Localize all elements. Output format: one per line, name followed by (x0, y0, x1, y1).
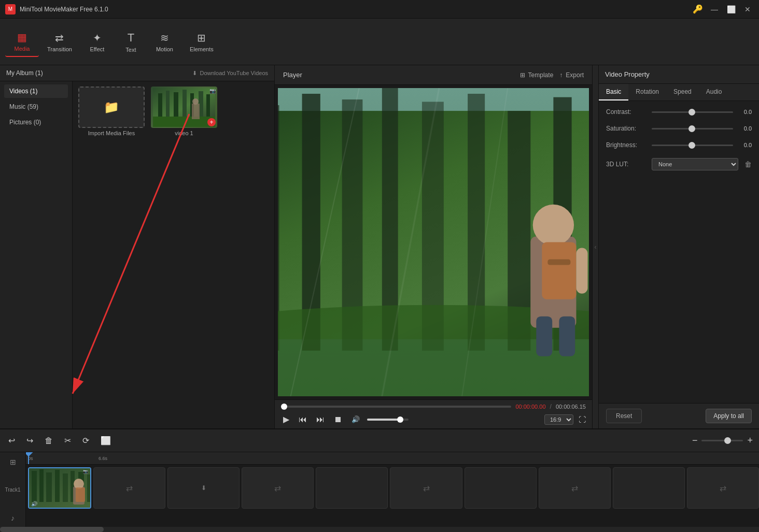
timeline-slot-9[interactable]: ⇄ (687, 467, 759, 509)
nav-item-videos[interactable]: Videos (1) (4, 84, 68, 98)
lut-select[interactable]: None (652, 158, 738, 170)
contrast-label: Contrast: (606, 108, 648, 116)
volume-fill (367, 419, 398, 421)
video-frame (278, 88, 589, 396)
toolbar-item-transition[interactable]: ⇄ Transition (39, 27, 80, 56)
app-title: MiniTool MovieMaker Free 6.1.0 (20, 6, 693, 13)
lut-delete-button[interactable]: 🗑 (744, 160, 752, 168)
timeline-scrollbar[interactable] (0, 527, 759, 532)
transition-arrow-4[interactable]: ⇄ (571, 483, 578, 493)
timeline-zoom: − + (692, 435, 753, 446)
import-thumb[interactable]: 📁 (78, 87, 145, 128)
nav-item-music[interactable]: Music (59) (4, 100, 68, 113)
transition-arrow-1[interactable]: ⇄ (126, 483, 133, 493)
fullscreen-button[interactable]: ⛶ (579, 415, 586, 424)
progress-track[interactable] (281, 406, 511, 408)
stop-button[interactable]: ⏹ (332, 414, 344, 425)
brightness-label: Brightness: (606, 141, 648, 149)
playhead[interactable] (28, 452, 29, 464)
panel-nav: Videos (1) Music (59) Pictures (0) (0, 81, 73, 428)
toolbar-item-elements[interactable]: ⊞ Elements (181, 27, 222, 56)
toolbar-item-motion[interactable]: ≋ Motion (148, 27, 181, 56)
redo-button[interactable]: ↪ (24, 434, 35, 448)
video-preview (278, 88, 589, 396)
add-badge[interactable]: + (207, 118, 216, 126)
zoom-out-button[interactable]: − (692, 435, 698, 446)
scrollbar-thumb[interactable] (0, 527, 104, 532)
rewind-button[interactable]: ⏮ (297, 414, 309, 425)
download-youtube-button[interactable]: ⬇ Download YouTube Videos (192, 70, 269, 77)
timeline-slot-5[interactable]: ⇄ (390, 467, 462, 509)
property-footer: Reset Apply to all (599, 403, 759, 428)
add-track-icon[interactable]: ⊞ (0, 453, 25, 470)
key-icon: 🔑 (693, 4, 703, 14)
contrast-thumb[interactable] (688, 109, 695, 116)
svg-rect-33 (559, 317, 575, 356)
motion-icon: ≋ (160, 32, 169, 44)
video-track: 🔊 📷 ⇄ ⬇ ⇄ ⇄ ⇄ (26, 465, 759, 511)
crop-button[interactable]: ⬜ (99, 434, 113, 448)
saturation-thumb[interactable] (688, 125, 695, 132)
zoom-thumb[interactable] (724, 437, 731, 444)
tab-audio[interactable]: Audio (699, 84, 729, 100)
download-icon: ⬇ (192, 70, 197, 77)
timeline-slot-3[interactable]: ⇄ (242, 467, 314, 509)
split-button[interactable]: ✂ (62, 434, 73, 448)
transition-arrow-3[interactable]: ⇄ (423, 483, 430, 493)
camera-icon: 📷 (209, 88, 216, 94)
tracks-content: 0s 6.6s (26, 452, 759, 527)
svg-rect-7 (206, 94, 210, 119)
minimize-button[interactable]: — (708, 3, 721, 16)
toolbar-item-media[interactable]: ▦ Media (5, 27, 39, 57)
template-button[interactable]: ⊞ Template (520, 71, 554, 79)
transition-icon: ⇄ (55, 32, 64, 44)
brightness-slider[interactable] (652, 145, 733, 146)
album-title: My Album (1) (6, 69, 43, 77)
tab-basic[interactable]: Basic (599, 84, 628, 100)
volume-button[interactable]: 🔊 (349, 414, 362, 424)
media-grid: 📁 Import Media Files (73, 81, 274, 428)
close-button[interactable]: ✕ (741, 3, 754, 16)
zoom-slider[interactable] (701, 440, 743, 441)
svg-rect-8 (153, 117, 215, 127)
panel-collapse-handle[interactable]: ‹ (592, 65, 598, 428)
player-title: Player (283, 71, 302, 79)
transition-arrow-2[interactable]: ⇄ (274, 483, 281, 493)
transition-arrow-5[interactable]: ⇄ (720, 483, 726, 493)
template-label: Template (528, 71, 554, 79)
timeline-slot-1[interactable]: ⇄ (93, 467, 165, 509)
delete-button[interactable]: 🗑 (43, 434, 55, 448)
tab-rotation[interactable]: Rotation (628, 84, 666, 100)
timeline-slot-7[interactable]: ⇄ (539, 467, 611, 509)
progress-thumb[interactable] (281, 404, 287, 410)
undo-button[interactable]: ↩ (6, 434, 17, 448)
contrast-value: 0.0 (737, 109, 752, 115)
video-media-item[interactable]: 📷 + video 1 (150, 87, 218, 136)
video-thumb[interactable]: 📷 + (151, 87, 217, 128)
forward-button[interactable]: ⏭ (314, 414, 327, 425)
track-clip[interactable]: 🔊 📷 (28, 467, 91, 509)
text-label: Text (125, 47, 136, 53)
saturation-slider[interactable] (652, 128, 733, 130)
volume-thumb[interactable] (397, 416, 403, 423)
app-icon: M (5, 4, 16, 15)
maximize-button[interactable]: ⬜ (725, 3, 737, 16)
rotate-button[interactable]: ⟳ (80, 434, 91, 448)
apply-all-button[interactable]: Apply to all (706, 409, 752, 423)
toolbar-item-text[interactable]: T Text (114, 27, 148, 57)
svg-rect-38 (32, 471, 37, 502)
nav-item-pictures[interactable]: Pictures (0) (4, 116, 68, 129)
export-button[interactable]: ↑ Export (559, 71, 584, 79)
toolbar-item-effect[interactable]: ✦ Effect (80, 27, 114, 56)
reset-button[interactable]: Reset (606, 409, 642, 423)
svg-rect-30 (547, 260, 570, 265)
aspect-ratio-select[interactable]: 16:9 4:3 1:1 9:16 (544, 414, 573, 425)
zoom-in-button[interactable]: + (747, 435, 753, 446)
template-icon: ⊞ (520, 71, 525, 79)
import-media-item[interactable]: 📁 Import Media Files (78, 87, 145, 136)
volume-track[interactable] (367, 419, 409, 421)
brightness-thumb[interactable] (688, 142, 695, 149)
tab-speed[interactable]: Speed (666, 84, 699, 100)
contrast-slider[interactable] (652, 111, 733, 113)
play-button[interactable]: ▶ (281, 413, 291, 425)
